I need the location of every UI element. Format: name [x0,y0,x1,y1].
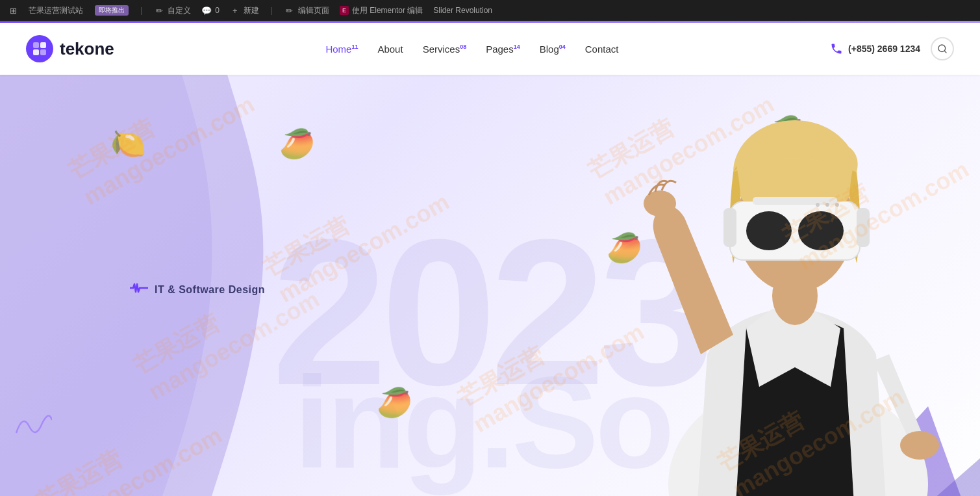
phone-number: (+855) 2669 1234 [848,44,920,54]
nav-about[interactable]: About [377,44,403,55]
search-icon [937,44,948,54]
svg-point-13 [798,211,844,250]
nav-about-label: About [377,44,403,55]
svg-point-12 [746,211,792,250]
nav-contact[interactable]: Contact [585,44,619,55]
nav-home-label: Home [325,44,351,55]
logo-text: tekone [60,39,114,59]
svg-rect-14 [753,197,837,205]
svg-point-16 [900,431,939,460]
nav-pages-sup: 14 [514,44,520,50]
pencil-icon: ✏ [154,5,164,16]
edit-page-btn[interactable]: ✏ 编辑页面 [284,5,329,16]
hero-wave-decoration [13,410,52,439]
mango-deco-5: 🍋 [110,127,146,161]
nav-home-sup: 11 [351,44,358,50]
svg-point-19 [835,203,839,207]
vr-person [603,107,980,496]
hero-label: IT & Software Design [130,283,265,296]
sep2: | [271,6,273,15]
edit-page-label: 编辑页面 [298,5,329,16]
header-right: (+855) 2669 1234 [830,37,954,60]
svg-point-18 [825,203,829,207]
wp-icon: ⊞ [8,5,18,16]
nav-blog[interactable]: Blog04 [540,44,566,55]
elementor-btn[interactable]: E 使用 Elementor 编辑 [340,5,423,16]
site-name-label: 芒果运营测试站 [29,5,83,16]
logo[interactable]: tekone [26,35,114,62]
nav-services-label: Services [423,44,460,55]
plus-icon: + [230,5,240,16]
customize-label: 自定义 [168,5,191,16]
comments-count: 0 [215,6,220,15]
svg-rect-10 [723,208,736,247]
nav-pages-label: Pages [486,44,514,55]
elementor-label: 使用 Elementor 编辑 [352,5,423,16]
nav-services-sup: 08 [460,44,466,50]
main-nav: Home11 About Services08 Pages14 Blog04 C… [325,44,618,55]
elementor-icon: E [340,6,349,15]
wp-logo[interactable]: ⊞ [8,5,18,16]
comment-icon: 💬 [201,5,212,16]
hero-label-text: IT & Software Design [155,284,265,296]
svg-rect-1 [40,42,46,48]
edit-icon: ✏ [284,5,295,16]
svg-point-17 [816,203,820,207]
new-btn[interactable]: + 新建 [230,5,259,16]
nav-services[interactable]: Services08 [423,44,467,55]
svg-rect-2 [33,49,39,55]
slider-revolution-btn[interactable]: Slider Revolution [433,6,492,15]
site-name[interactable]: 芒果运营测试站 [29,5,83,16]
nav-blog-sup: 04 [559,44,566,50]
mango-deco-1: 🥭 [279,127,315,161]
sep1: | [140,6,142,15]
site-header: tekone Home11 About Services08 Pages14 B… [0,23,980,75]
badge-item[interactable]: 即将推出 [94,5,129,16]
admin-bar: ⊞ 芒果运营测试站 即将推出 | ✏ 自定义 💬 0 + 新建 | ✏ 编辑页面… [0,0,980,21]
search-button[interactable] [931,37,954,60]
wave-icon [130,283,148,296]
phone-icon [830,42,843,55]
svg-rect-0 [33,42,39,48]
mango-deco-3: 🥭 [377,385,412,419]
nav-pages[interactable]: Pages14 [486,44,520,55]
hero-section: 2023 ing.So IT & Software Design 🥭 🥭 🥭 🥭… [0,75,980,496]
coming-soon-badge: 即将推出 [95,5,129,16]
svg-rect-11 [857,208,870,247]
slider-revolution-label: Slider Revolution [433,6,492,15]
customize-btn[interactable]: ✏ 自定义 [154,5,191,16]
svg-rect-3 [40,49,46,55]
nav-blog-label: Blog [540,44,559,55]
comments-btn[interactable]: 💬 0 [201,5,220,16]
logo-icon [26,35,53,62]
vr-person-svg [603,107,980,496]
nav-contact-label: Contact [585,44,619,55]
new-label: 新建 [244,5,259,16]
nav-home[interactable]: Home11 [325,44,358,55]
activity-icon [130,283,148,293]
logo-svg [32,41,47,57]
phone-item[interactable]: (+855) 2669 1234 [830,42,920,55]
